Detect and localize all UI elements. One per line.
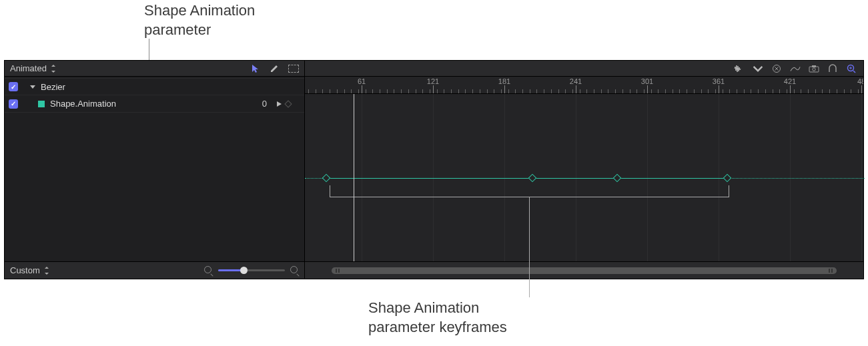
ruler-label: 361 — [713, 77, 725, 85]
timeline-panel: 6112118124130136142148 — [305, 61, 863, 279]
tree-row-bezier[interactable]: ✓ Bezier — [5, 78, 304, 95]
callout-bottom-line — [529, 197, 530, 297]
ruler-label: 421 — [784, 77, 796, 85]
enable-checkbox[interactable]: ✓ — [9, 82, 18, 91]
curve-mode-label: Custom — [10, 265, 40, 275]
row-controls: 0 — [262, 99, 304, 109]
panel-body: Animated ✓ Bezi — [5, 61, 863, 279]
svg-point-2 — [813, 67, 815, 70]
ruler-label: 301 — [641, 77, 653, 85]
snapshot-icon[interactable] — [809, 64, 819, 73]
callout-bracket — [330, 185, 729, 197]
ruler-label: 241 — [570, 77, 582, 85]
zoom-icon[interactable] — [846, 64, 857, 73]
row-label: Bezier — [41, 82, 65, 92]
enable-checkbox[interactable]: ✓ — [9, 99, 18, 109]
sketch-tool[interactable] — [270, 64, 279, 73]
color-chip-icon — [38, 101, 45, 107]
curve-mode-dropdown[interactable]: Custom — [10, 265, 49, 275]
updown-caret-icon — [51, 65, 56, 73]
zoom-fill — [218, 269, 242, 271]
tree-row-shape-animation[interactable]: ✓ Shape.Animation 0 — [5, 95, 304, 113]
snap-icon[interactable] — [827, 64, 838, 73]
row-label: Shape.Animation — [50, 99, 116, 109]
scrollbar-thumb[interactable] — [332, 267, 837, 274]
updown-caret-icon — [44, 267, 49, 275]
zoom-slider[interactable] — [218, 269, 285, 271]
callout-bottom: Shape Animation parameter keyframes — [368, 299, 507, 337]
vertical-zoom — [204, 266, 299, 275]
timeline-footer — [305, 261, 863, 279]
filter-dropdown-label: Animated — [10, 63, 47, 73]
clear-icon[interactable] — [771, 64, 782, 73]
callout-top: Shape Animation parameter — [144, 1, 255, 39]
parameter-tree: ✓ Bezier ✓ Shape.Animation 0 — [5, 77, 304, 261]
parameter-list-footer: Custom — [5, 261, 304, 279]
animation-curve[interactable] — [326, 178, 727, 179]
box-tool[interactable] — [288, 65, 299, 73]
keyframe-editor: Animated ✓ Bezi — [4, 60, 864, 279]
timeline-toolbar — [305, 61, 863, 77]
parameter-list-panel: Animated ✓ Bezi — [5, 61, 305, 279]
ruler-label: 61 — [358, 77, 366, 85]
keyframe-marker[interactable] — [528, 174, 537, 183]
add-keyframe-icon[interactable] — [284, 100, 292, 107]
keyframe-nav — [276, 101, 291, 107]
next-keyframe-icon[interactable] — [276, 101, 283, 107]
parameter-list-header: Animated — [5, 61, 304, 77]
disclosure-triangle-icon[interactable] — [30, 85, 35, 89]
playhead[interactable] — [354, 94, 354, 261]
audio-waveform-icon[interactable] — [734, 64, 745, 73]
svg-rect-1 — [809, 67, 819, 72]
keyframe-marker[interactable] — [322, 174, 331, 183]
zoom-handle[interactable] — [240, 267, 248, 274]
svg-rect-3 — [812, 65, 816, 67]
horizontal-scrollbar[interactable] — [332, 267, 837, 274]
edit-tools — [251, 64, 299, 73]
time-ruler[interactable]: 6112118124130136142148 — [305, 77, 863, 94]
keyframe-marker[interactable] — [723, 174, 732, 183]
fit-curve-icon[interactable] — [790, 64, 801, 73]
ruler-label: 121 — [427, 77, 439, 85]
curve-graph[interactable] — [305, 94, 863, 261]
ruler-label: 181 — [498, 77, 510, 85]
filter-dropdown[interactable]: Animated — [10, 63, 56, 73]
zoom-out-icon[interactable] — [204, 266, 213, 275]
ruler-label: 48 — [857, 77, 863, 85]
keyframe-marker[interactable] — [613, 174, 622, 183]
parameter-value[interactable]: 0 — [262, 99, 267, 109]
zoom-in-icon[interactable] — [290, 266, 299, 275]
select-tool[interactable] — [251, 64, 260, 73]
dropdown-caret-icon[interactable] — [753, 64, 763, 73]
